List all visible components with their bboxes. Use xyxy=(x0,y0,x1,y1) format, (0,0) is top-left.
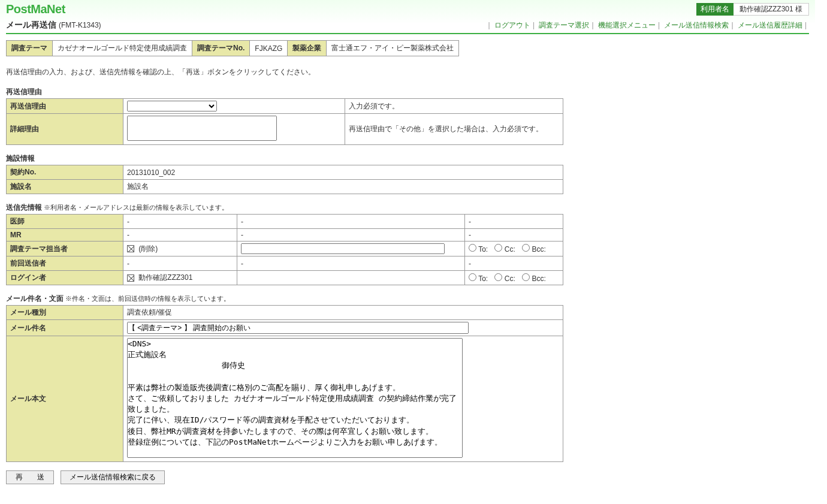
nav-links: | ログアウト| 調査テーマ選択| 機能選択メニュー| メール送信情報検索| メ… xyxy=(486,20,809,31)
row-doctor-label: 医師 xyxy=(7,215,123,229)
reason-table: 再送信理由 入力必須です。 詳細理由 再送信理由で「その他」を選択した場合は、入… xyxy=(6,98,563,145)
facility-name-value: 施設名 xyxy=(123,180,563,194)
user-name: 動作確認ZZZ301 様 xyxy=(734,3,809,16)
mail-body-textarea[interactable] xyxy=(127,338,463,458)
login-radio-bcc[interactable] xyxy=(522,273,530,281)
mail-subject-input[interactable] xyxy=(127,322,469,334)
manager-radio-bcc[interactable] xyxy=(522,244,530,252)
facility-name-label: 施設名 xyxy=(7,180,123,194)
instruction-text: 再送信理由の入力、および、送信先情報を確認の上、「再送」ボタンをクリックしてくだ… xyxy=(6,67,809,77)
reason-label: 再送信理由 xyxy=(7,99,123,114)
mail-body-label: メール本文 xyxy=(7,336,123,462)
back-button[interactable]: メール送信情報検索に戻る xyxy=(61,470,165,484)
manager-radio-to[interactable] xyxy=(469,244,476,252)
theme-no-label: 調査テーマNo. xyxy=(192,41,250,56)
detail-textarea[interactable] xyxy=(127,116,277,141)
manager-radio-cc[interactable] xyxy=(494,244,502,252)
resend-button[interactable]: 再 送 xyxy=(6,470,54,484)
mail-subject-label: メール件名 xyxy=(7,320,123,336)
theme-summary-table: 調査テーマ カゼナオールゴールド特定使用成績調査 調査テーマNo. FJKAZG… xyxy=(6,40,459,56)
row-manager-label: 調査テーマ担当者 xyxy=(7,242,123,256)
contract-no-label: 契約No. xyxy=(7,165,123,180)
user-box: 利用者名 動作確認ZZZ301 様 xyxy=(696,3,809,16)
row-prev-label: 前回送信者 xyxy=(7,256,123,271)
company-label: 製薬企業 xyxy=(288,41,327,56)
mail-type-label: メール種別 xyxy=(7,306,123,320)
page-title: メール再送信 (FMT-K1343) xyxy=(6,20,101,31)
login-user-text: 動作確認ZZZ301 xyxy=(138,273,192,282)
theme-no-value: FJKAZG xyxy=(250,41,288,56)
section-dest: 送信先情報 ※利用者名・メールアドレスは最新の情報を表示しています。 xyxy=(6,203,809,213)
nav-theme-select[interactable]: 調査テーマ選択 xyxy=(539,21,589,29)
delete-text: (削除) xyxy=(138,245,158,253)
horizontal-scrollbar[interactable] xyxy=(0,492,827,504)
nav-function-menu[interactable]: 機能選択メニュー xyxy=(598,21,656,29)
section-mail: メール件名・文面 ※件名・文面は、前回送信時の情報を表示しています。 xyxy=(6,294,809,304)
contract-no-value: 20131010_002 xyxy=(123,165,563,180)
divider xyxy=(6,33,809,34)
row-mr-label: MR xyxy=(7,229,123,242)
nav-mail-history[interactable]: メール送信履歴詳細 xyxy=(738,21,802,29)
detail-note: 再送信理由で「その他」を選択した場合は、入力必須です。 xyxy=(345,114,563,145)
checkbox-icon[interactable] xyxy=(127,245,134,252)
nav-mail-search[interactable]: メール送信情報検索 xyxy=(664,21,729,29)
company-value: 富士通エフ・アイ・ピー製薬株式会社 xyxy=(327,41,459,56)
section-reason: 再送信理由 xyxy=(6,87,809,97)
manager-email-input[interactable] xyxy=(241,243,445,254)
theme-label: 調査テーマ xyxy=(7,41,53,56)
facility-table: 契約No. 20131010_002 施設名 施設名 xyxy=(6,165,563,194)
mail-type-value: 調査依頼/催促 xyxy=(123,306,563,320)
row-login-label: ログイン者 xyxy=(7,271,123,285)
dest-table: 医師 - - - MR - - - 調査テーマ担当者 (削除) To: Cc: … xyxy=(6,214,563,285)
checkbox-icon[interactable] xyxy=(127,274,134,282)
nav-logout[interactable]: ログアウト xyxy=(494,21,530,29)
theme-value: カゼナオールゴールド特定使用成績調査 xyxy=(53,41,192,56)
detail-label: 詳細理由 xyxy=(7,114,123,145)
reason-note: 入力必須です。 xyxy=(345,99,563,114)
brand-logo: PostMaNet xyxy=(6,2,65,16)
login-radio-to[interactable] xyxy=(469,273,476,281)
user-label: 利用者名 xyxy=(696,3,734,16)
mail-table: メール種別 調査依頼/催促 メール件名 メール本文 xyxy=(6,305,563,462)
login-radio-cc[interactable] xyxy=(494,273,502,281)
reason-select[interactable] xyxy=(127,101,217,111)
section-facility: 施設情報 xyxy=(6,153,809,164)
